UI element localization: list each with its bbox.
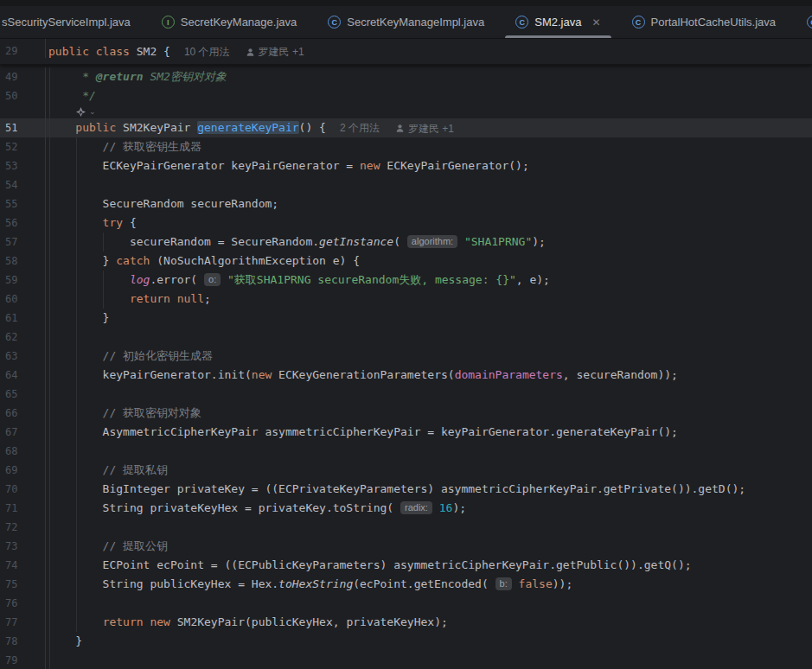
line-number[interactable]: 73	[0, 537, 46, 556]
code-row: 65	[0, 385, 812, 404]
code-token: SM2 {	[137, 45, 170, 58]
code-line[interactable]: }	[46, 632, 812, 651]
code-line[interactable]: ⌄	[46, 105, 812, 118]
ai-assistant-icon[interactable]	[75, 106, 86, 118]
line-number[interactable]: 68	[0, 442, 46, 461]
code-line[interactable]	[46, 175, 812, 194]
code-line[interactable]: AsymmetricCipherKeyPair asymmetricCipher…	[46, 423, 812, 442]
code-line[interactable]: */	[46, 86, 812, 105]
line-number[interactable]: 49	[0, 67, 46, 86]
code-token	[48, 292, 130, 305]
code-line[interactable]	[46, 651, 812, 669]
code-line[interactable]: keyPairGenerator.init(new ECKeyGeneratio…	[46, 366, 812, 385]
ai-suggestion-widget[interactable]: ⌄	[75, 106, 96, 118]
close-tab-icon[interactable]: ✕	[591, 17, 600, 28]
editor-tab-ssecurityserviceimpl-java[interactable]: sSecurityServiceImpl.java	[0, 6, 146, 38]
line-number[interactable]: 72	[0, 518, 46, 537]
line-number[interactable]: 76	[0, 594, 46, 613]
code-line[interactable]: String privateKeyHex = privateKey.toStri…	[46, 499, 812, 518]
line-number[interactable]: 77	[0, 613, 46, 632]
code-line[interactable]: // 提取公钥	[46, 537, 812, 556]
line-number[interactable]: 59	[0, 271, 46, 290]
line-number[interactable]: 56	[0, 213, 46, 233]
line-number[interactable]: 61	[0, 309, 46, 328]
code-line[interactable]: log.error( o: "获取SHA1PRNG secureRandom失败…	[46, 271, 812, 290]
tab-label: SecretKeyManageImpl.java	[347, 16, 484, 29]
usages-hint[interactable]: 10 个用法	[184, 46, 230, 58]
code-line[interactable]: } catch (NoSuchAlgorithmException e) {	[46, 252, 812, 271]
code-row: 52 // 获取密钥生成器	[0, 137, 812, 156]
code-token: 16	[439, 501, 453, 514]
code-line[interactable]	[46, 518, 812, 537]
line-number[interactable]: 78	[0, 632, 46, 651]
code-token: // 提取私钥	[48, 463, 168, 476]
line-number[interactable]: 75	[0, 575, 46, 594]
line-number[interactable]: 69	[0, 461, 46, 480]
code-line[interactable]: // 获取密钥对对象	[46, 404, 812, 423]
usages-hint[interactable]: 2 个用法	[340, 122, 380, 134]
editor-tab-secretkeymanageimpl-java[interactable]: CSecretKeyManageImpl.java	[312, 6, 500, 38]
line-number[interactable]: 71	[0, 499, 46, 518]
line-number[interactable]: 29	[0, 39, 46, 58]
line-number[interactable]: 65	[0, 385, 46, 404]
line-number[interactable]: 62	[0, 328, 46, 347]
line-number[interactable]: 58	[0, 252, 46, 271]
line-number[interactable]: 53	[0, 156, 46, 175]
code-line[interactable]: return null;	[46, 290, 812, 309]
line-number[interactable]: 52	[0, 137, 46, 156]
line-number[interactable]: 54	[0, 175, 46, 194]
code-line[interactable]: public SM2KeyPair generateKeyPair() {2 个…	[46, 118, 812, 137]
code-editor[interactable]: 49 * @return SM2密钥对对象50 */⌄51 public SM2…	[0, 65, 812, 669]
code-row: 60 return null;	[0, 290, 812, 309]
code-line[interactable]	[46, 442, 812, 461]
author-hint[interactable]: 罗建民 +1	[395, 119, 454, 138]
code-line[interactable]: // 提取私钥	[46, 461, 812, 480]
window-top-strip	[0, 0, 812, 6]
code-token: ECPoint ecPoint = ((ECPublicKeyParameter…	[48, 558, 692, 571]
code-line[interactable]: String publicKeyHex = Hex.toHexString(ec…	[46, 575, 812, 594]
sticky-class-header[interactable]: 29public class SM2 {10 个用法罗建民 +1	[0, 39, 812, 65]
code-token: keyPairGenerator.init(	[48, 368, 252, 381]
code-line[interactable]: }	[46, 309, 812, 328]
code-line[interactable]: secureRandom = SecureRandom.getInstance(…	[46, 233, 812, 252]
code-line[interactable]	[46, 594, 812, 613]
code-row: 56 try {	[0, 213, 812, 233]
line-number[interactable]: 57	[0, 233, 46, 252]
code-row: 29public class SM2 {10 个用法罗建民 +1	[0, 39, 304, 58]
code-line[interactable]: * @return SM2密钥对对象	[46, 67, 812, 86]
code-token: ));	[553, 577, 572, 590]
code-line[interactable]: ECPoint ecPoint = ((ECPublicKeyParameter…	[46, 556, 812, 575]
java-class-icon: C	[632, 16, 645, 29]
code-line[interactable]	[46, 328, 812, 347]
line-number[interactable]	[0, 105, 46, 118]
code-line[interactable]: return new SM2KeyPair(publicKeyHex, priv…	[46, 613, 812, 632]
editor-tab-secretkeymanage-java[interactable]: ISecretKeyManage.java	[146, 6, 312, 38]
line-number[interactable]: 70	[0, 480, 46, 499]
line-number[interactable]: 60	[0, 290, 46, 309]
author-hint[interactable]: 罗建民 +1	[246, 40, 304, 65]
code-line[interactable]: // 初始化密钥生成器	[46, 347, 812, 366]
line-number[interactable]: 63	[0, 347, 46, 366]
editor-tab-sm2-java[interactable]: CSM2.java✕	[500, 6, 616, 38]
line-number[interactable]: 55	[0, 194, 46, 213]
line-number[interactable]: 64	[0, 366, 46, 385]
code-line[interactable]: SecureRandom secureRandom;	[46, 194, 812, 213]
code-token	[432, 501, 439, 514]
code-line[interactable]: try {	[46, 213, 812, 233]
code-line[interactable]: BigInteger privateKey = ((ECPrivateKeyPa…	[46, 480, 812, 499]
line-number[interactable]: 79	[0, 651, 46, 669]
code-line[interactable]	[46, 385, 812, 404]
chevron-down-icon[interactable]: ⌄	[89, 108, 96, 116]
line-number[interactable]: 66	[0, 404, 46, 423]
line-number[interactable]: 74	[0, 556, 46, 575]
line-number[interactable]: 50	[0, 86, 46, 105]
line-number[interactable]: 51	[0, 118, 46, 137]
editor-tab-portalhotcacheutils-java[interactable]: CPortalHotCacheUtils.java	[617, 6, 792, 38]
java-interface-icon: I	[162, 16, 175, 29]
editor-tab[interactable]: C	[791, 6, 812, 38]
line-number[interactable]: 67	[0, 423, 46, 442]
code-line[interactable]: // 获取密钥生成器	[46, 137, 812, 156]
code-row: 53 ECKeyPairGenerator keyPairGenerator =…	[0, 156, 812, 175]
code-line[interactable]: public class SM2 {10 个用法罗建民 +1	[46, 39, 304, 58]
code-line[interactable]: ECKeyPairGenerator keyPairGenerator = ne…	[46, 156, 812, 175]
